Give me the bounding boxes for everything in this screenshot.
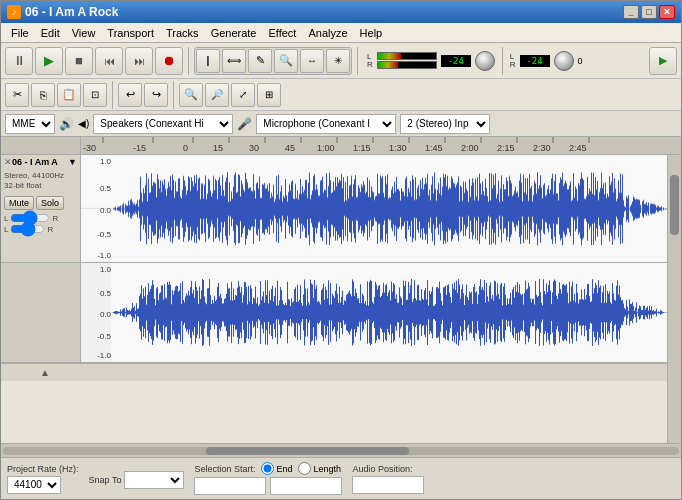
play-button[interactable]: ▶ [35,47,63,75]
audio-host-select[interactable]: MME [5,114,55,134]
menu-generate[interactable]: Generate [205,25,263,41]
horizontal-scrollbar [1,443,681,457]
menu-effect[interactable]: Effect [263,25,303,41]
minimize-button[interactable]: _ [623,5,639,19]
copy-button[interactable]: ⎘ [31,83,55,107]
draw-tool[interactable]: ✎ [248,49,272,73]
output-device-select[interactable]: Speakers (Conexant Hi [93,114,233,134]
track-controls-1: ✕ 06 - I Am A ▼ Stereo, 44100Hz 32-bit f… [1,155,81,262]
audio-pos-input[interactable]: 00 h 00 m 00 s [352,476,424,494]
end-label: End [276,464,292,474]
svg-text:0: 0 [183,143,188,153]
time-shift-tool[interactable]: ↔ [300,49,324,73]
svg-text:2:45: 2:45 [569,143,587,153]
track-close-1[interactable]: ✕ [4,157,12,167]
h-scroll-track[interactable] [3,447,679,455]
pause-button[interactable]: ⏸ [5,47,33,75]
zoom-out-button[interactable]: 🔎 [205,83,229,107]
audio-pos-label: Audio Position: [352,464,424,474]
menu-file[interactable]: File [5,25,35,41]
redo-button[interactable]: ↪ [144,83,168,107]
snap-to-group: Snap To [89,469,185,489]
separator2 [357,47,358,75]
menu-edit[interactable]: Edit [35,25,66,41]
scale2-0.0: 0.0 [81,310,111,319]
pan-knob[interactable] [554,51,574,71]
timeline-label-space [1,137,81,154]
mixer-area: L R -24 L R -24 0 [367,47,583,75]
vertical-scrollbar[interactable] [667,155,681,443]
separator3 [502,47,503,75]
length-radio-option: Length [298,462,341,475]
project-rate-select[interactable]: 44100 [7,476,61,494]
track-info-line1: Stereo, 44100Hz [4,171,77,181]
pan-r-label: R [47,225,53,234]
close-button[interactable]: ✕ [659,5,675,19]
zoom-tool[interactable]: 🔍 [274,49,298,73]
gain-label-r: R [52,214,58,223]
cut-button[interactable]: ✂ [5,83,29,107]
fit-button[interactable]: ⤢ [231,83,255,107]
track-controls-2 [1,263,81,362]
scale-neg0.5: -0.5 [81,230,111,239]
menu-tracks[interactable]: Tracks [160,25,205,41]
menu-view[interactable]: View [66,25,102,41]
scale2-1.0: 1.0 [81,265,111,274]
expand-icon[interactable]: ▲ [40,367,50,378]
snap-select[interactable] [124,471,184,489]
svg-text:1:00: 1:00 [317,143,335,153]
length-radio[interactable] [298,462,311,475]
pan-l-label: L [4,225,8,234]
channels-select[interactable]: 2 (Stereo) Inp [400,114,490,134]
menu-help[interactable]: Help [354,25,389,41]
h-scroll-thumb[interactable] [206,447,409,455]
scale2-neg0.5: -0.5 [81,332,111,341]
end-radio[interactable] [261,462,274,475]
waveform-canvas-2 [111,263,667,362]
skip-start-button[interactable]: ⏮ [95,47,123,75]
volume-knob[interactable] [475,51,495,71]
menu-transport[interactable]: Transport [101,25,160,41]
main-content: ✕ 06 - I Am A ▼ Stereo, 44100Hz 32-bit f… [1,155,681,443]
track-info-1: Stereo, 44100Hz 32-bit float [4,171,77,192]
multi-tool[interactable]: ✳ [326,49,350,73]
maximize-button[interactable]: □ [641,5,657,19]
undo-button[interactable]: ↩ [118,83,142,107]
svg-text:-30: -30 [83,143,96,153]
trim-button[interactable]: ⊡ [83,83,107,107]
end-radio-option: End [261,462,292,475]
menu-analyze[interactable]: Analyze [302,25,353,41]
track-dropdown-1[interactable]: ▼ [68,157,77,167]
track-waveform-2[interactable]: 1.0 0.5 0.0 -0.5 -1.0 [81,263,667,362]
svg-text:30: 30 [249,143,259,153]
app-window: ♪ 06 - I Am A Rock _ □ ✕ File Edit View … [0,0,682,500]
stop-button[interactable]: ■ [65,47,93,75]
volume-db: -24 [441,55,471,67]
end-time-input[interactable]: 00 h 00 m 00 s [270,477,342,495]
cursor-tool[interactable]: I [196,49,220,73]
track-info-line2: 32-bit float [4,181,77,191]
input-device-select[interactable]: Microphone (Conexant I [256,114,396,134]
scale-0.5: 0.5 [81,184,111,193]
paste-button[interactable]: 📋 [57,83,81,107]
play-at-speed[interactable]: ▶ [649,47,677,75]
end-length-radio: Selection Start: End Length [194,462,342,475]
v-scroll-thumb[interactable] [670,175,679,235]
time-inputs: 00 h 00 m 00 s 00 h 00 m 00 s [194,477,342,495]
svg-text:2:30: 2:30 [533,143,551,153]
svg-text:1:15: 1:15 [353,143,371,153]
start-time-input[interactable]: 00 h 00 m 00 s [194,477,266,495]
track-waveform-1[interactable]: 1.0 0.5 0.0 -0.5 -1.0 [81,155,667,262]
skip-end-button[interactable]: ⏭ [125,47,153,75]
zoom-in-button[interactable]: 🔍 [179,83,203,107]
solo-button-1[interactable]: Solo [36,196,64,210]
zoom-sel-button[interactable]: ⊞ [257,83,281,107]
track-row-1: ✕ 06 - I Am A ▼ Stereo, 44100Hz 32-bit f… [1,155,667,263]
envelope-tool[interactable]: ⟺ [222,49,246,73]
pan-slider-1[interactable] [10,225,45,233]
app-icon: ♪ [7,5,21,19]
mute-button-1[interactable]: Mute [4,196,34,210]
record-button[interactable]: ⏺ [155,47,183,75]
track-title-bar-1: ✕ 06 - I Am A ▼ [4,157,77,167]
timeline-marks: -30 -15 0 15 30 45 1:00 1:15 1:30 1:45 [81,137,681,154]
